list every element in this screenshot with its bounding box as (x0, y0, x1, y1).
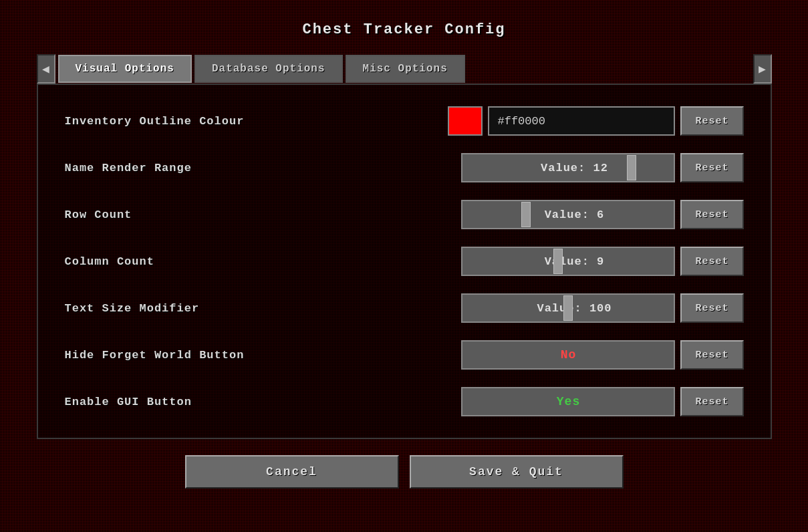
reset-btn-column-count[interactable]: Reset (680, 247, 743, 276)
slider-value-column-count: Value: 9 (462, 255, 674, 268)
control-enable-gui-button: Yes Reset (461, 387, 743, 416)
nav-left-arrow[interactable]: ◀ (37, 54, 55, 84)
option-row-inventory-outline-colour: Inventory Outline Colour Reset (65, 104, 744, 138)
control-name-render-range: Value: 12 Reset (461, 153, 743, 182)
option-row-hide-forget-world: Hide Forget World Button No Reset (65, 338, 744, 372)
content-area: Inventory Outline Colour Reset Name Rend… (37, 84, 772, 439)
slider-row-count[interactable]: Value: 6 (461, 200, 675, 229)
slider-text-size-modifier[interactable]: Value: 100 (461, 293, 675, 323)
bottom-bar: Cancel Save & Quit (37, 439, 772, 505)
label-enable-gui-button: Enable GUI Button (65, 396, 192, 408)
toggle-enable-gui-button[interactable]: Yes (461, 387, 675, 416)
slider-value-name-render: Value: 12 (462, 162, 674, 174)
save-quit-button[interactable]: Save & Quit (410, 455, 624, 489)
toggle-hide-forget-world[interactable]: No (461, 340, 675, 370)
control-hide-forget-world: No Reset (461, 340, 743, 370)
tab-visual[interactable]: Visual Options (58, 55, 192, 83)
toggle-value-enable-gui: Yes (557, 395, 580, 408)
toggle-value-hide-forget-world: No (561, 348, 577, 362)
reset-btn-inventory-outline[interactable]: Reset (680, 106, 743, 136)
color-input-inventory[interactable] (488, 106, 675, 136)
slider-column-count[interactable]: Value: 9 (461, 247, 675, 276)
control-text-size-modifier: Value: 100 Reset (461, 293, 743, 323)
control-inventory-outline-colour: Reset (448, 106, 743, 136)
label-column-count: Column Count (65, 255, 154, 268)
main-container: ◀ Visual Options Database Options Misc O… (37, 54, 772, 505)
label-text-size-modifier: Text Size Modifier (65, 302, 200, 315)
reset-btn-name-render[interactable]: Reset (680, 153, 743, 182)
nav-right-arrow[interactable]: ▶ (753, 54, 772, 84)
option-row-enable-gui-button: Enable GUI Button Yes Reset (65, 384, 744, 419)
page-title: Chest Tracker Config (302, 21, 505, 38)
label-hide-forget-world: Hide Forget World Button (65, 349, 245, 362)
option-row-column-count: Column Count Value: 9 Reset (65, 244, 744, 279)
slider-thumb-column-count[interactable] (553, 249, 563, 274)
label-row-count: Row Count (65, 209, 132, 221)
reset-btn-hide-forget-world[interactable]: Reset (680, 340, 743, 370)
slider-thumb-row-count[interactable] (521, 202, 531, 227)
tabs: Visual Options Database Options Misc Opt… (58, 55, 753, 83)
control-column-count: Value: 9 Reset (461, 247, 743, 276)
option-row-name-render-range: Name Render Range Value: 12 Reset (65, 150, 744, 185)
color-swatch-inventory[interactable] (448, 106, 483, 136)
slider-thumb-name-render[interactable] (627, 155, 636, 180)
label-name-render-range: Name Render Range (65, 162, 192, 174)
tab-misc[interactable]: Misc Options (346, 55, 465, 83)
slider-thumb-text-size[interactable] (563, 295, 573, 321)
slider-name-render-range[interactable]: Value: 12 (461, 153, 675, 182)
reset-btn-row-count[interactable]: Reset (680, 200, 743, 229)
tabs-row: ◀ Visual Options Database Options Misc O… (37, 54, 772, 84)
option-row-row-count: Row Count Value: 6 Reset (65, 197, 744, 232)
label-inventory-outline-colour: Inventory Outline Colour (65, 115, 245, 128)
reset-btn-enable-gui[interactable]: Reset (680, 387, 743, 416)
tab-database[interactable]: Database Options (194, 55, 343, 83)
cancel-button[interactable]: Cancel (185, 455, 399, 489)
slider-value-row-count: Value: 6 (462, 209, 674, 221)
control-row-count: Value: 6 Reset (461, 200, 743, 229)
option-row-text-size-modifier: Text Size Modifier Value: 100 Reset (65, 291, 744, 325)
reset-btn-text-size[interactable]: Reset (680, 293, 743, 323)
